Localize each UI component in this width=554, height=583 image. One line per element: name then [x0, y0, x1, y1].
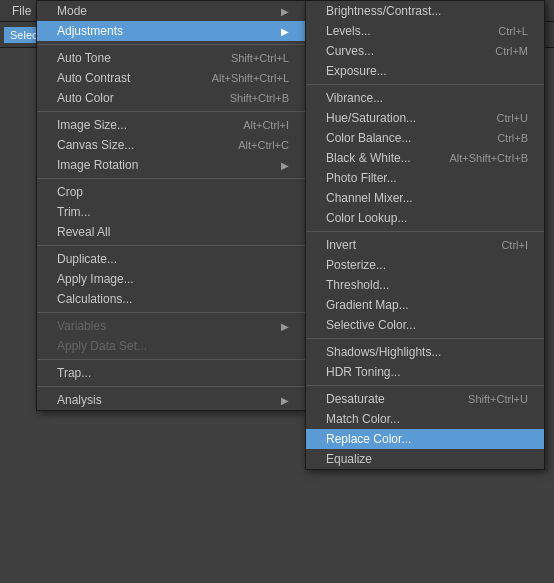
- mode-arrow: ▶: [281, 6, 289, 17]
- menu-crop[interactable]: Crop: [37, 182, 305, 202]
- menu-posterize[interactable]: Posterize...: [306, 255, 544, 275]
- separator-6: [37, 359, 305, 360]
- adj-sep-3: [306, 338, 544, 339]
- menu-shadows-highlights[interactable]: Shadows/Highlights...: [306, 342, 544, 362]
- variables-arrow: ▶: [281, 321, 289, 332]
- menu-curves[interactable]: Curves... Ctrl+M: [306, 41, 544, 61]
- menu-auto-color[interactable]: Auto Color Shift+Ctrl+B: [37, 88, 305, 108]
- menu-hue-saturation[interactable]: Hue/Saturation... Ctrl+U: [306, 108, 544, 128]
- menu-channel-mixer[interactable]: Channel Mixer...: [306, 188, 544, 208]
- menu-duplicate[interactable]: Duplicate...: [37, 249, 305, 269]
- separator-7: [37, 386, 305, 387]
- menu-reveal-all[interactable]: Reveal All: [37, 222, 305, 242]
- menu-color-balance[interactable]: Color Balance... Ctrl+B: [306, 128, 544, 148]
- menu-threshold[interactable]: Threshold...: [306, 275, 544, 295]
- menu-gradient-map[interactable]: Gradient Map...: [306, 295, 544, 315]
- separator-4: [37, 245, 305, 246]
- separator-2: [37, 111, 305, 112]
- image-menu: Mode ▶ Adjustments ▶ Auto Tone Shift+Ctr…: [36, 0, 306, 411]
- menu-trap[interactable]: Trap...: [37, 363, 305, 383]
- menu-replace-color[interactable]: Replace Color...: [306, 429, 544, 449]
- menu-match-color[interactable]: Match Color...: [306, 409, 544, 429]
- menu-apply-data-set: Apply Data Set...: [37, 336, 305, 356]
- menu-calculations[interactable]: Calculations...: [37, 289, 305, 309]
- menu-equalize[interactable]: Equalize: [306, 449, 544, 469]
- menu-vibrance[interactable]: Vibrance...: [306, 88, 544, 108]
- menu-invert[interactable]: Invert Ctrl+I: [306, 235, 544, 255]
- menu-black-white[interactable]: Black & White... Alt+Shift+Ctrl+B: [306, 148, 544, 168]
- separator-3: [37, 178, 305, 179]
- menu-hdr-toning[interactable]: HDR Toning...: [306, 362, 544, 382]
- menu-canvas-size[interactable]: Canvas Size... Alt+Ctrl+C: [37, 135, 305, 155]
- menu-adjustments[interactable]: Adjustments ▶: [37, 21, 305, 41]
- menu-apply-image[interactable]: Apply Image...: [37, 269, 305, 289]
- menu-image-size[interactable]: Image Size... Alt+Ctrl+I: [37, 115, 305, 135]
- menu-selective-color[interactable]: Selective Color...: [306, 315, 544, 335]
- analysis-arrow: ▶: [281, 395, 289, 406]
- adj-sep-4: [306, 385, 544, 386]
- adj-sep-2: [306, 231, 544, 232]
- menu-variables: Variables ▶: [37, 316, 305, 336]
- menu-color-lookup[interactable]: Color Lookup...: [306, 208, 544, 228]
- menu-analysis[interactable]: Analysis ▶: [37, 390, 305, 410]
- adjustments-menu: Brightness/Contrast... Levels... Ctrl+L …: [305, 0, 545, 470]
- menu-trim[interactable]: Trim...: [37, 202, 305, 222]
- separator-5: [37, 312, 305, 313]
- menu-photo-filter[interactable]: Photo Filter...: [306, 168, 544, 188]
- separator-1: [37, 44, 305, 45]
- menubar-file[interactable]: File: [4, 0, 39, 22]
- menu-brightness-contrast[interactable]: Brightness/Contrast...: [306, 1, 544, 21]
- adjustments-arrow: ▶: [281, 26, 289, 37]
- menu-desaturate[interactable]: Desaturate Shift+Ctrl+U: [306, 389, 544, 409]
- menu-auto-contrast[interactable]: Auto Contrast Alt+Shift+Ctrl+L: [37, 68, 305, 88]
- menu-image-rotation[interactable]: Image Rotation ▶: [37, 155, 305, 175]
- menu-levels[interactable]: Levels... Ctrl+L: [306, 21, 544, 41]
- adj-sep-1: [306, 84, 544, 85]
- menu-auto-tone[interactable]: Auto Tone Shift+Ctrl+L: [37, 48, 305, 68]
- menu-mode[interactable]: Mode ▶: [37, 1, 305, 21]
- rotation-arrow: ▶: [281, 160, 289, 171]
- menu-exposure[interactable]: Exposure...: [306, 61, 544, 81]
